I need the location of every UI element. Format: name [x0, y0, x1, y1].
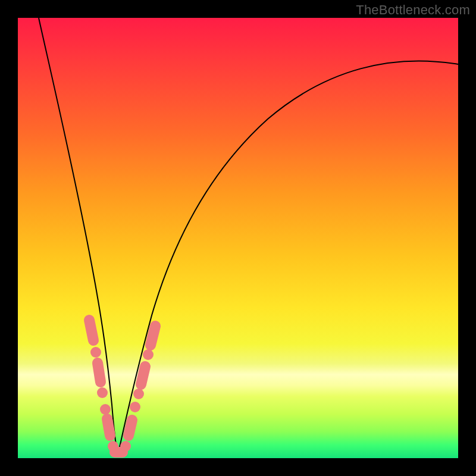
marker-dot — [130, 402, 140, 412]
marker-dot — [120, 441, 131, 452]
marker-pill — [98, 363, 101, 382]
bottleneck-right-branch — [118, 61, 458, 455]
watermark-text: TheBottleneck.com — [356, 2, 470, 18]
marker-dot — [90, 347, 101, 358]
chart-frame: TheBottleneck.com — [0, 0, 476, 476]
marker-pill — [141, 367, 145, 384]
marker-dot — [143, 349, 154, 360]
marker-dot — [100, 404, 111, 415]
marker-pill — [107, 419, 110, 436]
marker-pill — [89, 320, 93, 340]
plot-area — [18, 18, 458, 458]
marker-dot — [97, 387, 108, 398]
marker-dot — [133, 389, 144, 399]
curve-layer — [18, 18, 458, 458]
marker-pill — [151, 326, 155, 345]
marker-pill — [129, 420, 132, 436]
